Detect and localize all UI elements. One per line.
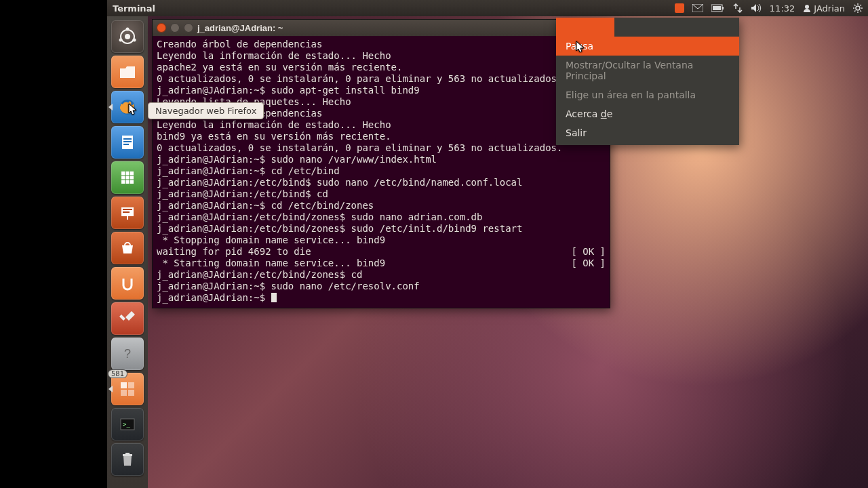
dash-home-icon[interactable] [111,20,144,53]
svg-point-4 [805,5,809,9]
svg-point-16 [126,28,130,31]
window-maximize-icon[interactable] [184,23,193,33]
user-menu[interactable]: JAdrian [803,3,845,14]
clock[interactable]: 11:32 [770,3,795,14]
menu-item[interactable]: Salir [556,123,739,142]
terminal-window[interactable]: j_adrian@JAdrian: ~ Creando árbol de dep… [152,19,610,308]
svg-rect-37 [128,390,134,396]
svg-rect-3 [713,6,721,10]
screen-recorder-indicator[interactable] [675,3,684,13]
svg-rect-41 [125,453,130,454]
terminal-title: j_adrian@JAdrian: ~ [197,23,283,33]
settings-icon[interactable] [111,302,144,335]
svg-rect-2 [722,7,724,9]
svg-rect-40 [123,454,132,456]
launcher: ? 581 >_ [107,16,148,488]
trash-icon[interactable] [111,443,144,476]
terminal-titlebar[interactable]: j_adrian@JAdrian: ~ [153,20,610,36]
svg-point-17 [133,39,136,42]
menu-item[interactable]: Acerca de [556,104,739,123]
svg-rect-31 [123,211,130,213]
launcher-badge: 581 [108,370,127,378]
svg-rect-22 [123,141,132,142]
svg-text:?: ? [124,347,131,361]
ubuntu-one-icon[interactable] [111,267,144,300]
user-name: JAdrian [814,3,845,14]
calc-icon[interactable] [111,161,144,194]
menu-item[interactable]: Elige un área en la pantalla [556,85,739,104]
terminal-launcher-icon[interactable]: >_ [111,408,144,441]
svg-point-5 [856,6,860,10]
svg-rect-21 [123,138,132,140]
impress-icon[interactable] [111,197,144,229]
battery-icon[interactable] [711,4,725,12]
software-center-icon[interactable] [111,232,144,264]
panel-app-title: Terminal [113,3,155,14]
top-panel: Terminal 11:32 JAdrian [107,0,868,16]
svg-rect-35 [128,382,134,388]
screen-recorder-menu: PausaMostrar/Ocultar la Ventana Principa… [556,18,739,145]
system-gear-icon[interactable] [853,3,863,13]
menu-item[interactable]: Mostrar/Ocultar la Ventana Principal [556,56,739,85]
network-icon[interactable] [733,3,743,13]
launcher-tooltip: Navegador web Firefox [148,102,264,119]
svg-rect-30 [123,209,132,210]
window-close-icon[interactable] [157,23,166,33]
svg-line-13 [854,11,856,12]
files-icon[interactable] [111,56,144,88]
svg-line-11 [861,11,862,12]
workspace-switcher-icon[interactable]: 581 [111,373,144,405]
help-icon[interactable]: ? [111,338,144,370]
menu-item[interactable]: Pausa [556,37,739,56]
menu-handle [556,18,614,37]
svg-text:>_: >_ [123,421,130,428]
window-minimize-icon[interactable] [170,23,180,33]
svg-line-10 [854,5,856,6]
firefox-icon[interactable] [111,91,144,123]
sound-icon[interactable] [751,3,762,13]
mail-icon[interactable] [692,4,703,12]
svg-rect-24 [121,171,134,184]
svg-rect-23 [123,144,129,145]
svg-rect-34 [121,382,127,388]
svg-line-12 [861,5,862,6]
svg-rect-36 [121,390,127,396]
terminal-output[interactable]: Creando árbol de dependencias Leyendo la… [153,36,610,308]
writer-icon[interactable] [111,126,144,159]
svg-point-15 [125,34,130,39]
svg-point-18 [119,39,123,42]
